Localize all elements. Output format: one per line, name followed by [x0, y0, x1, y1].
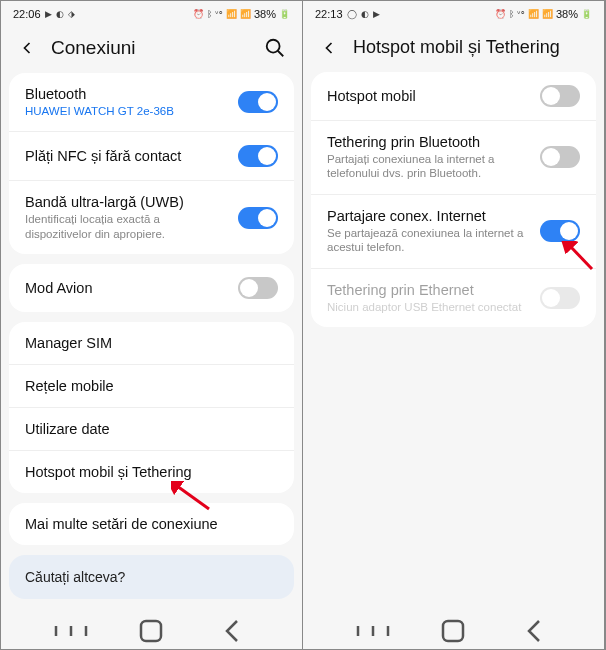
nav-home[interactable]	[131, 621, 171, 641]
row-airplane[interactable]: Mod Avion	[9, 264, 294, 312]
row-subtitle: Partajați conexiunea la internet a telef…	[327, 152, 530, 181]
row-usb-tethering[interactable]: Partajare conex. Internet Se partajează …	[311, 195, 596, 269]
card-tethering: Hotspot mobil Tethering prin Bluetooth P…	[311, 72, 596, 327]
toggle-ethernet-tethering	[540, 287, 580, 309]
svg-point-0	[267, 40, 280, 53]
row-ethernet-tethering: Tethering prin Ethernet Niciun adaptor U…	[311, 269, 596, 327]
nav-back[interactable]	[514, 621, 554, 641]
row-subtitle: HUAWEI WATCH GT 2e-36B	[25, 104, 228, 118]
alarm-icon: ⏰	[193, 9, 204, 19]
toggle-bluetooth[interactable]	[238, 91, 278, 113]
row-title: Partajare conex. Internet	[327, 208, 530, 224]
signal-icon: 📶	[240, 9, 251, 19]
status-time: 22:13	[315, 8, 343, 20]
row-mobile-networks[interactable]: Rețele mobile	[9, 365, 294, 408]
status-bar: 22:06 ▶ ◐ ⬗ ⏰ ᛒ ᵛᵒ 📶 📶 38% 🔋	[1, 1, 302, 27]
toggle-nfc[interactable]	[238, 145, 278, 167]
svg-rect-1	[141, 621, 161, 641]
nav-home[interactable]	[433, 621, 473, 641]
back-button[interactable]	[17, 38, 37, 58]
row-bluetooth[interactable]: Bluetooth HUAWEI WATCH GT 2e-36B	[9, 73, 294, 132]
phone-right: 22:13 ◯ ◐ ▶ ⏰ ᛒ ᵛᵒ 📶 📶 38% 🔋 Hotspot mob…	[303, 1, 605, 649]
row-nfc[interactable]: Plăți NFC și fără contact	[9, 132, 294, 181]
instagram-icon: ◯	[347, 9, 357, 19]
page-title: Hotspot mobil și Tethering	[353, 37, 588, 58]
header: Hotspot mobil și Tethering	[303, 27, 604, 72]
row-hotspot[interactable]: Hotspot mobil și Tethering	[9, 451, 294, 493]
row-title: Bluetooth	[25, 86, 228, 102]
bluetooth-icon: ᛒ	[207, 9, 212, 19]
header: Conexiuni	[1, 27, 302, 73]
row-title: Tethering prin Ethernet	[327, 282, 530, 298]
alarm-icon: ⏰	[495, 9, 506, 19]
battery-icon: 🔋	[581, 9, 592, 19]
row-title: Tethering prin Bluetooth	[327, 134, 530, 150]
card-more: Mai multe setări de conexiune	[9, 503, 294, 545]
app-icon2: ⬗	[68, 9, 75, 19]
card-network: Manager SIM Rețele mobile Utilizare date…	[9, 322, 294, 493]
status-bar: 22:13 ◯ ◐ ▶ ⏰ ᛒ ᵛᵒ 📶 📶 38% 🔋	[303, 1, 604, 27]
row-uwb[interactable]: Bandă ultra-largă (UWB) Identificați loc…	[9, 181, 294, 254]
app-icon: ◐	[56, 9, 64, 19]
row-title: Rețele mobile	[25, 378, 278, 394]
battery-icon: 🔋	[279, 9, 290, 19]
toggle-bt-tethering[interactable]	[540, 146, 580, 168]
nav-back[interactable]	[212, 621, 252, 641]
nav-bar	[303, 613, 604, 649]
toggle-airplane[interactable]	[238, 277, 278, 299]
battery-text: 38%	[556, 8, 578, 20]
toggle-mobile-hotspot[interactable]	[540, 85, 580, 107]
row-sim[interactable]: Manager SIM	[9, 322, 294, 365]
toggle-usb-tethering[interactable]	[540, 220, 580, 242]
bluetooth-icon: ᛒ	[509, 9, 514, 19]
row-title: Hotspot mobil	[327, 88, 530, 104]
row-title: Mod Avion	[25, 280, 228, 296]
row-bt-tethering[interactable]: Tethering prin Bluetooth Partajați conex…	[311, 121, 596, 195]
nav-bar	[1, 613, 302, 649]
svg-rect-2	[443, 621, 463, 641]
row-title: Hotspot mobil și Tethering	[25, 464, 278, 480]
nav-recent[interactable]	[353, 621, 393, 641]
content: Bluetooth HUAWEI WATCH GT 2e-36B Plăți N…	[1, 73, 302, 613]
status-time: 22:06	[13, 8, 41, 20]
signal-icon: 📶	[542, 9, 553, 19]
row-title: Utilizare date	[25, 421, 278, 437]
nav-recent[interactable]	[51, 621, 91, 641]
row-data-usage[interactable]: Utilizare date	[9, 408, 294, 451]
signal-icon: 📶	[226, 9, 237, 19]
app-icon: ◐	[361, 9, 369, 19]
row-title: Bandă ultra-largă (UWB)	[25, 194, 228, 210]
youtube-icon: ▶	[45, 9, 52, 19]
row-title: Mai multe setări de conexiune	[25, 516, 278, 532]
row-mobile-hotspot[interactable]: Hotspot mobil	[311, 72, 596, 121]
footer-search-card[interactable]: Căutați altceva?	[9, 555, 294, 599]
card-airplane: Mod Avion	[9, 264, 294, 312]
footer-text: Căutați altceva?	[25, 569, 125, 585]
content: Hotspot mobil Tethering prin Bluetooth P…	[303, 72, 604, 613]
card-connectivity: Bluetooth HUAWEI WATCH GT 2e-36B Plăți N…	[9, 73, 294, 254]
toggle-uwb[interactable]	[238, 207, 278, 229]
row-subtitle: Se partajează conexiunea la internet a a…	[327, 226, 530, 255]
signal-icon: 📶	[528, 9, 539, 19]
search-button[interactable]	[264, 37, 286, 59]
row-subtitle: Niciun adaptor USB Ethernet conectat	[327, 300, 530, 314]
phone-left: 22:06 ▶ ◐ ⬗ ⏰ ᛒ ᵛᵒ 📶 📶 38% 🔋 Conexiuni B…	[1, 1, 303, 649]
battery-text: 38%	[254, 8, 276, 20]
row-more-settings[interactable]: Mai multe setări de conexiune	[9, 503, 294, 545]
back-button[interactable]	[319, 38, 339, 58]
row-title: Manager SIM	[25, 335, 278, 351]
volte-icon: ᵛᵒ	[215, 9, 223, 19]
page-title: Conexiuni	[51, 37, 250, 59]
row-subtitle: Identificați locația exactă a dispozitiv…	[25, 212, 228, 241]
youtube-icon: ▶	[373, 9, 380, 19]
row-title: Plăți NFC și fără contact	[25, 148, 228, 164]
volte-icon: ᵛᵒ	[517, 9, 525, 19]
